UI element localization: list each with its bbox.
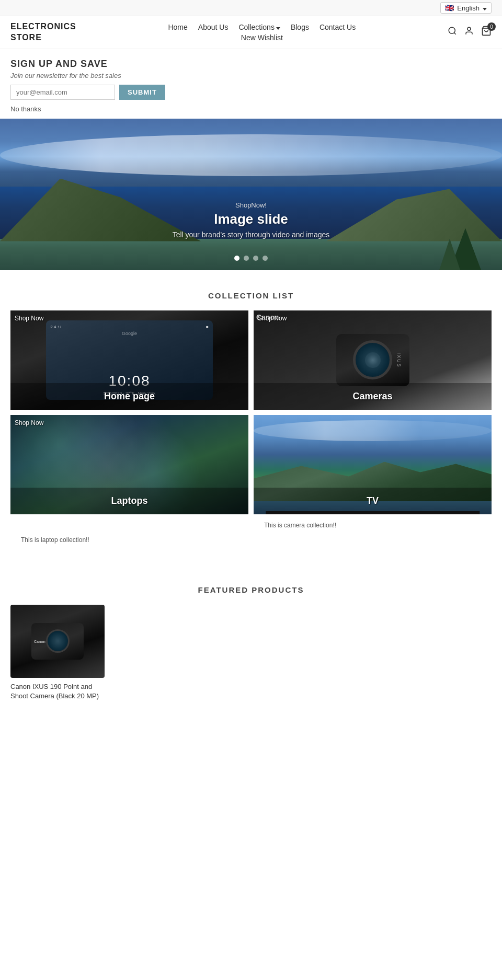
- nav-contact[interactable]: Contact Us: [320, 23, 356, 31]
- collection-item-laptops[interactable]: Shop Now Laptops: [10, 415, 248, 514]
- nav-home[interactable]: Home: [168, 23, 187, 31]
- language-label: English: [457, 4, 480, 12]
- featured-section: FEATURED PRODUCTS Canon Canon IXUS 190 P…: [0, 554, 502, 711]
- language-selector[interactable]: 🇬🇧 English: [440, 2, 492, 14]
- laptops-overlay: Laptops: [10, 488, 248, 514]
- collection-item-tv[interactable]: TV: [254, 415, 492, 514]
- flag-icon: 🇬🇧: [445, 4, 454, 12]
- laptops-collection-name: Laptops: [18, 495, 241, 506]
- slider-dot-2[interactable]: [244, 256, 249, 261]
- hero-background: [0, 119, 502, 270]
- hero-slider: ShopNow! Image slide Tell your brand's s…: [0, 119, 502, 270]
- cameras-shop-now-tag: Shop Now: [258, 315, 287, 322]
- homepage-desc-placeholder: [10, 520, 248, 529]
- phone-battery-icon: ■: [206, 325, 209, 329]
- search-button[interactable]: [448, 26, 457, 38]
- nav-collections[interactable]: Collections: [238, 23, 280, 31]
- product-card-canon-ixus[interactable]: Canon Canon IXUS 190 Point and Shoot Cam…: [10, 605, 105, 701]
- main-nav: Home About Us Collections Blogs Contact …: [168, 23, 356, 42]
- logo[interactable]: ELECTRONICS STORE: [10, 21, 76, 43]
- laptops-description: This is laptop collection!!: [10, 536, 248, 544]
- product-camera-mini: Canon: [31, 623, 84, 660]
- cart-button[interactable]: 0: [481, 26, 492, 39]
- homepage-collection-name: Home page: [18, 391, 241, 402]
- header-icons: 0: [448, 26, 492, 39]
- cameras-overlay: Cameras: [254, 383, 492, 410]
- svg-point-0: [449, 28, 455, 34]
- slider-dots: [0, 256, 502, 261]
- account-button[interactable]: [464, 26, 474, 38]
- signup-section: SIGN UP AND SAVE Join our newsletter for…: [0, 49, 502, 119]
- hero-content: ShopNow! Image slide Tell your brand's s…: [0, 201, 502, 239]
- slider-dot-3[interactable]: [253, 256, 258, 261]
- homepage-shop-now-tag: Shop Now: [15, 315, 43, 322]
- product-lens-mini: [46, 629, 70, 653]
- no-thanks-link[interactable]: No thanks: [10, 105, 41, 113]
- product-image-canon: Canon: [10, 605, 105, 678]
- submit-button[interactable]: SUBMIT: [119, 85, 165, 100]
- tv-overlay: TV: [254, 488, 492, 514]
- phone-signal-icon: 2.4 ↑↓: [50, 325, 61, 329]
- slider-dot-1[interactable]: [234, 256, 239, 261]
- hero-subtitle: Tell your brand's story through video an…: [0, 230, 502, 239]
- nav-wishlist[interactable]: New Wishlist: [241, 33, 283, 42]
- slider-dot-4[interactable]: [263, 256, 268, 261]
- collection-item-cameras[interactable]: IXUS Canon Shop Now Cameras: [254, 310, 492, 410]
- search-icon: [448, 26, 457, 36]
- email-input[interactable]: [10, 85, 115, 100]
- collections-chevron-icon: [276, 23, 280, 31]
- product-grid: Canon Canon IXUS 190 Point and Shoot Cam…: [10, 605, 492, 701]
- collection-grid: 2.4 ↑↓ ■ Google 10:08 5/20/2020 · 37°F ·…: [0, 310, 502, 514]
- signup-heading: SIGN UP AND SAVE: [10, 59, 492, 70]
- svg-line-1: [454, 33, 455, 34]
- site-header: ELECTRONICS STORE Home About Us Collecti…: [0, 16, 502, 49]
- laptops-shop-now-tag: Shop Now: [15, 419, 43, 426]
- camera-body: IXUS: [336, 334, 409, 386]
- cameras-description: This is camera collection!!: [254, 522, 492, 529]
- hero-title: Image slide: [0, 211, 502, 227]
- svg-point-2: [467, 28, 471, 31]
- collection-section: COLLECTION LIST 2.4 ↑↓ ■ Google 10:08 5/…: [0, 291, 502, 544]
- chevron-down-icon: [483, 4, 487, 12]
- collection-section-title: COLLECTION LIST: [0, 291, 502, 300]
- signup-subheading: Join our newsletter for the best sales: [10, 72, 492, 79]
- cameras-collection-name: Cameras: [261, 391, 484, 402]
- tv-collection-name: TV: [261, 495, 484, 506]
- tv-clouds: [254, 420, 492, 441]
- product-name-canon: Canon IXUS 190 Point and Shoot Camera (B…: [10, 682, 105, 701]
- cart-count: 0: [487, 22, 496, 31]
- user-icon: [464, 26, 474, 36]
- nav-blogs[interactable]: Blogs: [291, 23, 309, 31]
- camera-lens: [353, 340, 392, 379]
- featured-section-title: FEATURED PRODUCTS: [10, 585, 492, 594]
- homepage-overlay: Home page: [10, 383, 248, 410]
- nav-about[interactable]: About Us: [198, 23, 229, 31]
- signup-form: SUBMIT: [10, 85, 492, 100]
- top-bar: 🇬🇧 English: [0, 0, 502, 16]
- collection-item-homepage[interactable]: 2.4 ↑↓ ■ Google 10:08 5/20/2020 · 37°F ·…: [10, 310, 248, 410]
- hero-shop-now[interactable]: ShopNow!: [0, 201, 502, 209]
- hero-clouds: [0, 134, 502, 176]
- tv-desc-placeholder: [254, 534, 492, 544]
